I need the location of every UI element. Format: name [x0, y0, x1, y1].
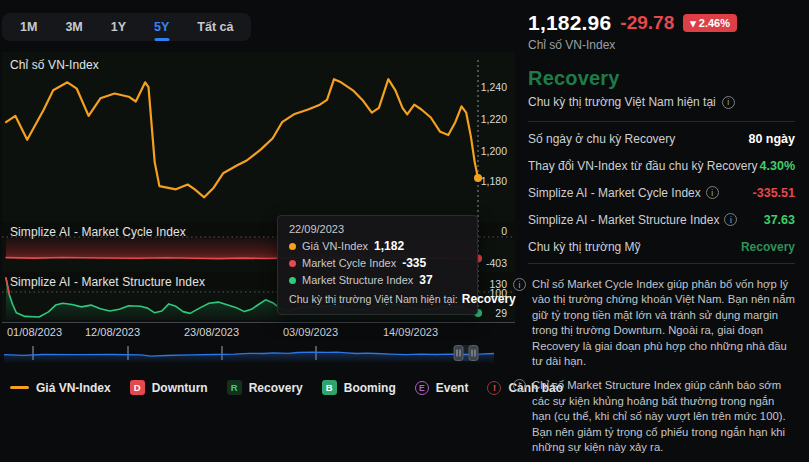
- legend-label: Event: [436, 381, 469, 395]
- x-axis-label: 23/08/2023: [184, 326, 239, 338]
- tooltip-row-value: 1,182: [374, 239, 404, 253]
- change-percent-badge: ▾ 2.46%: [683, 14, 737, 32]
- legend-label: Recovery: [249, 381, 303, 395]
- stat-row-market-structure-index: Simplize AI - Market Structure Index i 3…: [528, 206, 795, 233]
- index-change: -29.78: [620, 12, 674, 34]
- tooltip-footer-value: Recovery: [462, 292, 516, 306]
- stat-value: 80 ngày: [748, 132, 795, 146]
- x-axis-label: 01/08/2023: [7, 326, 62, 338]
- x-axis-label: 12/08/2023: [85, 326, 140, 338]
- info-icon[interactable]: i: [722, 96, 735, 109]
- notes-section: i Chỉ số Market Cycle Index giúp phân bổ…: [513, 277, 795, 462]
- divider: [528, 121, 795, 122]
- navigator-left-handle[interactable]: [454, 346, 463, 361]
- tooltip-footer: Chu kỳ thị trường Việt Nam hiện tại:Reco…: [289, 292, 466, 306]
- status-subtitle-text: Chu kỳ thị trường Việt Nam hiện tại: [528, 95, 716, 109]
- tooltip-row: Market Structure Index 37: [289, 273, 466, 287]
- stat-row-market-cycle-index: Simplize AI - Market Cycle Index i -335.…: [528, 179, 795, 206]
- tooltip-row: Market Cycle Index -335: [289, 256, 466, 270]
- tooltip-row-label: Market Cycle Index: [302, 257, 396, 269]
- stat-row-us-market-cycle: Chu kỳ thị trường Mỹ Recovery: [528, 233, 795, 260]
- y-axis-label: 1,240: [459, 81, 507, 93]
- tooltip-date: 22/09/2023: [289, 223, 466, 235]
- stat-value: Recovery: [741, 240, 795, 254]
- range-tabbar: 1M 3M 1Y 5Y Tất cả: [2, 13, 251, 41]
- stat-row-days-in-cycle: Số ngày ở chu kỳ Recovery 80 ngày: [528, 125, 795, 152]
- warning-circle-icon: !: [487, 381, 501, 395]
- legend-label: Booming: [344, 381, 396, 395]
- structure-series-dot-icon: [289, 277, 296, 284]
- orange-line-swatch-icon: [10, 386, 29, 389]
- tab-3m[interactable]: 3M: [51, 13, 96, 41]
- y-axis-label: 1,220: [459, 113, 507, 125]
- tooltip-row: Giá VN-Index 1,182: [289, 239, 466, 253]
- chart-legend: Giá VN-Index D Downturn R Recovery B Boo…: [10, 380, 563, 395]
- structure-pane-title: Simplize AI - Market Structure Index: [10, 275, 205, 289]
- x-axis-label: 14/09/2023: [383, 326, 438, 338]
- info-icon[interactable]: i: [513, 278, 526, 291]
- tooltip-row-value: 37: [419, 273, 432, 287]
- stat-row-index-change: Thay đổi VN-Index từ đầu chu kỳ Recovery…: [528, 152, 795, 179]
- price-series-dot-icon: [289, 243, 296, 250]
- note-text: Chỉ số Market Cycle Index giúp phân bổ v…: [532, 277, 795, 369]
- tab-all[interactable]: Tất cả: [183, 13, 247, 41]
- tooltip-row-label: Giá VN-Index: [302, 240, 368, 252]
- stat-label-text: Simplize AI - Market Structure Index: [528, 213, 719, 227]
- stat-label: Chu kỳ thị trường Mỹ: [528, 240, 641, 254]
- note-market-cycle: i Chỉ số Market Cycle Index giúp phân bổ…: [513, 277, 795, 369]
- stat-label: Số ngày ở chu kỳ Recovery: [528, 132, 675, 146]
- chart-tooltip: 22/09/2023 Giá VN-Index 1,182 Market Cyc…: [277, 215, 478, 315]
- navigator-canvas: [2, 343, 497, 363]
- note-market-structure: i Chỉ số Market Structure Index giúp cản…: [513, 378, 795, 455]
- legend-item-event[interactable]: E Event: [415, 381, 469, 395]
- legend-item-booming[interactable]: B Booming: [322, 380, 396, 395]
- stat-value: -335.51: [753, 186, 795, 200]
- tooltip-row-label: Market Structure Index: [302, 274, 413, 286]
- stat-label-text: Simplize AI - Market Cycle Index: [528, 186, 701, 200]
- stat-label: Simplize AI - Market Cycle Index i: [528, 186, 719, 200]
- downturn-chip-icon: D: [130, 380, 145, 395]
- index-name: Chỉ số VN-Index: [528, 38, 795, 52]
- range-navigator[interactable]: [2, 343, 497, 363]
- info-icon[interactable]: i: [724, 213, 737, 226]
- info-icon[interactable]: i: [706, 186, 719, 199]
- recovery-chip-icon: R: [227, 380, 242, 395]
- y-axis-label: 1,180: [459, 175, 507, 187]
- stat-value: 37.63: [764, 213, 795, 227]
- cycle-pane-title: Simplize AI - Market Cycle Index: [10, 225, 186, 239]
- legend-item-downturn[interactable]: D Downturn: [130, 380, 208, 395]
- info-icon[interactable]: i: [513, 379, 526, 392]
- booming-chip-icon: B: [322, 380, 337, 395]
- legend-item-price[interactable]: Giá VN-Index: [10, 381, 111, 395]
- market-cycle-status: Recovery: [528, 67, 795, 90]
- navigator-right-handle[interactable]: [469, 346, 478, 361]
- cycle-series-dot-icon: [289, 260, 296, 267]
- market-cycle-status-subtitle: Chu kỳ thị trường Việt Nam hiện tại i: [528, 95, 795, 109]
- event-circle-icon: E: [415, 381, 429, 395]
- y-axis-label: 1,200: [459, 145, 507, 157]
- note-text: Chỉ số Market Structure Index giúp cảnh …: [532, 378, 795, 455]
- tab-1m[interactable]: 1M: [6, 13, 51, 41]
- legend-label: Giá VN-Index: [36, 381, 111, 395]
- divider: [528, 263, 795, 264]
- x-axis-line: [2, 322, 515, 323]
- legend-label: Downturn: [152, 381, 208, 395]
- legend-item-recovery[interactable]: R Recovery: [227, 380, 303, 395]
- stats-list: Số ngày ở chu kỳ Recovery 80 ngày Thay đ…: [528, 125, 795, 260]
- price-header: 1,182.96 -29.78 ▾ 2.46%: [528, 11, 795, 35]
- tab-1y[interactable]: 1Y: [97, 13, 140, 41]
- tooltip-footer-label: Chu kỳ thị trường Việt Nam hiện tại:: [289, 293, 458, 305]
- info-panel: 1,182.96 -29.78 ▾ 2.46% Chỉ số VN-Index …: [513, 0, 809, 462]
- navigator-series: [4, 352, 494, 363]
- x-axis-label: 03/09/2023: [283, 326, 338, 338]
- index-price: 1,182.96: [528, 11, 611, 35]
- stat-label: Simplize AI - Market Structure Index i: [528, 213, 737, 227]
- tooltip-row-value: -335: [402, 256, 426, 270]
- price-pane-title: Chỉ số VN-Index: [10, 58, 99, 72]
- stat-label: Thay đổi VN-Index từ đầu chu kỳ Recovery: [528, 159, 757, 173]
- stat-value: 4.30%: [760, 159, 795, 173]
- tab-5y-active[interactable]: 5Y: [140, 13, 183, 41]
